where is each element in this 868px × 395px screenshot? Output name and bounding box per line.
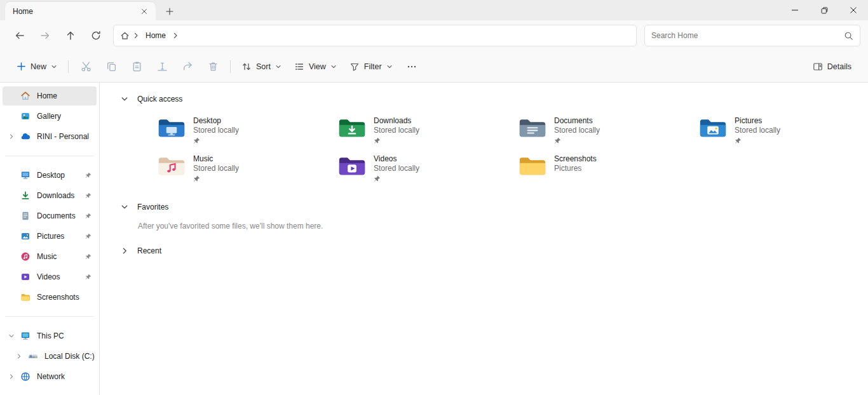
sidebar-item-label: Documents <box>37 211 85 220</box>
pin-icon <box>85 274 92 280</box>
navigation-pane: Home Gallery RINI - Personal Desktop <box>0 83 100 395</box>
sort-icon <box>241 62 252 72</box>
see-more-button[interactable] <box>399 56 424 77</box>
sidebar-item-music[interactable]: Music <box>3 247 97 266</box>
search-input[interactable] <box>651 31 844 40</box>
chevron-right-icon <box>132 32 140 39</box>
pictures-folder-icon <box>699 116 727 139</box>
chevron-down-icon <box>330 64 337 70</box>
this-pc-icon <box>18 331 33 341</box>
cut-icon <box>81 61 92 72</box>
sidebar-item-screenshots[interactable]: Screenshots <box>3 288 97 307</box>
item-name: Documents <box>554 116 600 126</box>
sidebar-item-gallery[interactable]: Gallery <box>3 107 97 126</box>
sidebar-item-desktop[interactable]: Desktop <box>3 166 97 185</box>
chevron-right-icon[interactable] <box>5 373 18 380</box>
pin-icon <box>374 175 381 182</box>
sidebar-item-local-disk-c[interactable]: Local Disk (C:) <box>10 347 97 366</box>
delete-button[interactable] <box>200 56 226 77</box>
sidebar-item-network[interactable]: Network <box>3 367 97 386</box>
videos-folder-icon <box>338 154 366 177</box>
rename-icon <box>157 61 168 72</box>
sidebar-item-videos[interactable]: Videos <box>3 267 97 286</box>
section-title: Quick access <box>137 95 182 104</box>
view-label: View <box>309 62 326 71</box>
tab-home[interactable]: Home <box>5 2 156 20</box>
item-name: Music <box>193 154 239 164</box>
quick-access-item-videos[interactable]: Videos Stored locally <box>338 154 519 192</box>
rename-button[interactable] <box>149 56 175 77</box>
desktop-icon <box>18 170 33 180</box>
sidebar-item-label: Gallery <box>37 112 97 121</box>
home-breadcrumb-icon[interactable] <box>120 31 130 41</box>
sort-button[interactable]: Sort <box>235 56 288 77</box>
titlebar: Home <box>0 0 868 20</box>
quick-access-item-screenshots[interactable]: Screenshots Pictures <box>519 154 699 192</box>
pictures-icon <box>18 231 33 241</box>
chevron-right-icon[interactable] <box>13 353 25 359</box>
tab-close-button[interactable] <box>137 4 152 19</box>
forward-button[interactable] <box>34 25 56 46</box>
gallery-icon <box>18 111 33 121</box>
filter-label: Filter <box>364 62 382 71</box>
navigation-bar: Home <box>0 20 868 51</box>
window-controls <box>780 0 868 20</box>
tab-title: Home <box>13 7 137 16</box>
quick-access-item-desktop[interactable]: Desktop Stored locally <box>158 116 338 154</box>
sidebar-item-home[interactable]: Home <box>3 86 97 105</box>
minimize-button[interactable] <box>780 0 810 20</box>
sidebar-item-label: Network <box>37 372 97 381</box>
view-button[interactable]: View <box>288 56 343 77</box>
sidebar-item-this-pc[interactable]: This PC <box>3 326 97 345</box>
chevron-right-icon <box>121 247 128 255</box>
sidebar-item-pictures[interactable]: Pictures <box>3 227 97 246</box>
refresh-icon <box>91 30 101 41</box>
sidebar-item-label: This PC <box>37 331 97 340</box>
search-icon[interactable] <box>844 31 853 41</box>
restore-icon <box>820 6 829 15</box>
close-icon <box>850 6 857 14</box>
recent-header[interactable]: Recent <box>121 244 868 257</box>
desktop-folder-icon <box>158 116 186 139</box>
sidebar-item-downloads[interactable]: Downloads <box>3 186 97 205</box>
restore-button[interactable] <box>810 0 839 20</box>
details-button[interactable]: Details <box>806 56 858 77</box>
sidebar-separator <box>5 316 94 317</box>
sidebar-item-label: RINI - Personal <box>37 132 97 141</box>
quick-access-item-music[interactable]: Music Stored locally <box>158 154 338 192</box>
share-button[interactable] <box>175 56 200 77</box>
paste-button[interactable] <box>124 56 149 77</box>
item-name: Videos <box>374 154 419 164</box>
chevron-down-icon <box>121 95 128 103</box>
up-button[interactable] <box>60 25 81 46</box>
quick-access-header[interactable]: Quick access <box>121 93 868 105</box>
sidebar-item-label: Videos <box>37 272 85 281</box>
cut-button[interactable] <box>73 56 98 77</box>
chevron-down-icon[interactable] <box>5 333 18 339</box>
back-button[interactable] <box>9 25 31 46</box>
new-tab-button[interactable] <box>162 4 177 19</box>
sidebar-item-label: Desktop <box>37 171 85 180</box>
breadcrumb-segment-home[interactable]: Home <box>142 30 169 41</box>
quick-access-item-downloads[interactable]: Downloads Stored locally <box>338 116 519 154</box>
chevron-down-icon <box>121 203 128 211</box>
favorites-header[interactable]: Favorites <box>121 201 868 213</box>
sidebar-item-onedrive-personal[interactable]: RINI - Personal <box>3 127 97 146</box>
close-button[interactable] <box>839 0 868 20</box>
downloads-icon <box>18 191 33 201</box>
copy-button[interactable] <box>98 56 124 77</box>
quick-access-item-pictures[interactable]: Pictures Stored locally <box>699 116 868 154</box>
new-button[interactable]: New <box>10 56 64 77</box>
paste-icon <box>132 61 142 72</box>
chevron-right-icon[interactable] <box>5 133 18 140</box>
sidebar-item-documents[interactable]: Documents <box>3 206 97 225</box>
filter-button[interactable]: Filter <box>343 56 399 77</box>
item-subtitle: Stored locally <box>735 126 780 135</box>
chevron-right-icon[interactable] <box>172 32 179 39</box>
folder-icon <box>18 292 33 302</box>
breadcrumb[interactable]: Home <box>113 25 637 46</box>
quick-access-item-documents[interactable]: Documents Stored locally <box>519 116 699 154</box>
item-subtitle: Pictures <box>554 164 597 173</box>
delete-icon <box>208 61 219 72</box>
refresh-button[interactable] <box>85 25 107 46</box>
